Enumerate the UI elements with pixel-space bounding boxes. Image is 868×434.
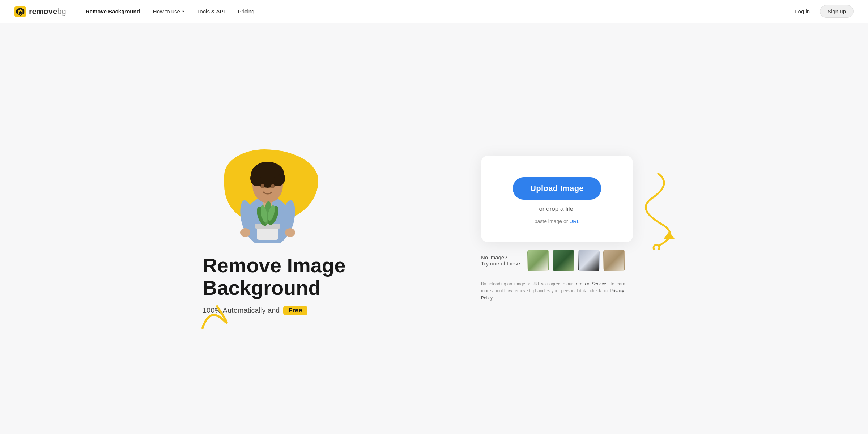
hero-left: Remove Image Background 100% Automatical… (203, 142, 420, 315)
hero-section: Remove Image Background 100% Automatical… (181, 23, 687, 434)
chevron-down-icon: ▾ (182, 9, 184, 13)
sample-images (527, 250, 625, 271)
drop-sub-text: paste image or URL (535, 218, 580, 224)
terms-of-service-link[interactable]: Terms of Service (574, 281, 606, 286)
drop-text: or drop a file, (539, 205, 575, 213)
svg-point-15 (240, 228, 250, 237)
svg-point-12 (271, 184, 275, 188)
logo-text: removebg (29, 7, 66, 16)
upload-image-button[interactable]: Upload Image (513, 177, 601, 200)
nav-pricing[interactable]: Pricing (231, 0, 261, 23)
sample-label: No image? Try one of these: (481, 254, 522, 267)
hero-heading: Remove Image Background (203, 254, 345, 299)
sample-image-2[interactable] (553, 250, 574, 271)
nav-how-to-use[interactable]: How to use ▾ (146, 0, 191, 23)
free-badge: Free (283, 306, 307, 315)
nav-tools-api[interactable]: Tools & API (191, 0, 231, 23)
url-link[interactable]: URL (569, 218, 579, 224)
hero-image-area (203, 142, 326, 243)
svg-point-16 (285, 228, 295, 237)
logo-icon (14, 6, 26, 17)
sample-section: No image? Try one of these: (481, 250, 633, 275)
nav-right: Log in Sign up (789, 5, 854, 18)
terms-text: By uploading an image or URL you agree t… (481, 281, 633, 302)
login-button[interactable]: Log in (789, 5, 816, 17)
svg-point-10 (254, 164, 281, 178)
logo[interactable]: removebg (14, 6, 66, 17)
svg-marker-25 (664, 231, 675, 239)
sample-image-1[interactable] (527, 250, 549, 271)
svg-rect-18 (255, 224, 280, 229)
nav-remove-background[interactable]: Remove Background (79, 0, 146, 23)
svg-point-24 (654, 245, 659, 250)
deco-top-right (629, 170, 687, 251)
nav-links: Remove Background How to use ▾ Tools & A… (79, 0, 789, 23)
hero-subtext: 100% Automatically and Free (203, 306, 307, 315)
upload-card: Upload Image or drop a file, paste image… (481, 156, 633, 242)
sample-image-4[interactable] (603, 250, 625, 271)
hero-subtext-prefix: 100% Automatically and (203, 306, 280, 315)
hero-right: Upload Image or drop a file, paste image… (448, 156, 665, 302)
signup-button[interactable]: Sign up (820, 5, 854, 18)
sample-image-3[interactable] (578, 250, 600, 271)
navbar: removebg Remove Background How to use ▾ … (0, 0, 868, 23)
svg-point-11 (261, 184, 264, 188)
hero-person-illustration (231, 149, 304, 243)
